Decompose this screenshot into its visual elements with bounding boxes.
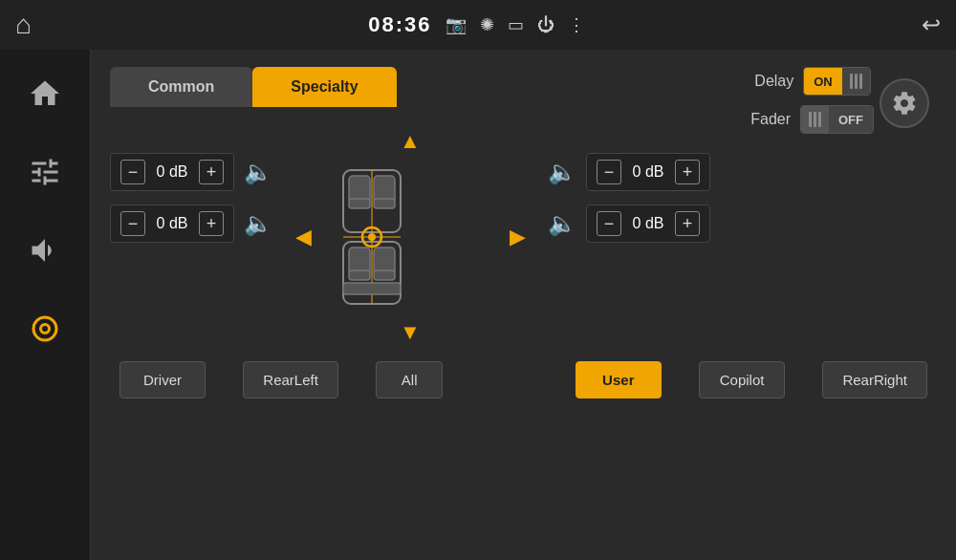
power-icon: ⏻ [537,15,554,35]
sidebar-item-volume[interactable] [20,226,70,275]
rear-right-speaker-icon: 🔈 [548,210,576,237]
brightness-icon: ✺ [480,14,494,35]
bottom-controls: Driver RearLeft All User Copilot RearRig… [110,361,937,398]
battery-icon: ▭ [508,14,524,35]
camera-icon[interactable]: 📷 [445,14,467,35]
tab-common[interactable]: Common [110,67,252,107]
rear-left-value: 0 dB [151,215,193,232]
front-left-group: − 0 dB + 🔈 [110,153,276,191]
car-diagram-svg [324,161,496,313]
delay-on: ON [804,68,842,95]
front-right-value: 0 dB [627,163,669,181]
user-button[interactable]: User [576,361,662,398]
back-icon[interactable]: ↩ [922,11,941,38]
rear-left-increase[interactable]: + [199,211,224,236]
front-left-increase[interactable]: + [199,160,224,184]
sidebar-item-home[interactable] [20,69,70,118]
fader-label: Fader [743,111,791,128]
fader-line-1 [809,112,812,127]
car-svg-area [324,161,496,313]
status-bar: ⌂ 08:36 📷 ✺ ▭ ⏻ ⋮ ↩ [0,0,956,50]
rear-left-decrease[interactable]: − [120,211,145,236]
front-right-decrease[interactable]: − [597,160,621,184]
fader-off: OFF [829,106,873,133]
delay-control: Delay ON [746,67,871,96]
car-diagram: ▲ ◀ [286,124,534,350]
driver-button[interactable]: Driver [120,361,206,398]
fader-lines [801,106,829,133]
front-right-speaker-icon: 🔈 [548,159,576,185]
main-content: Common Specialty Delay ON Fader [91,50,956,560]
menu-icon[interactable]: ⋮ [568,14,585,35]
status-time: 08:36 [368,12,431,37]
delay-line-1 [850,74,853,89]
rear-right-group: 🔈 − 0 dB + [544,205,710,243]
rear-left-speaker-icon: 🔈 [244,210,272,237]
fader-control: Fader OFF [743,105,874,134]
delay-lines [842,68,870,95]
home-icon[interactable]: ⌂ [15,10,32,40]
sidebar-item-equalizer[interactable] [20,147,70,197]
nav-left-arrow[interactable]: ◀ [286,220,320,254]
rear-right-button[interactable]: RearRight [822,361,927,398]
delay-toggle[interactable]: ON [803,67,871,96]
tab-specialty[interactable]: Specialty [252,67,396,107]
rear-left-button[interactable]: RearLeft [243,361,338,398]
front-left-speaker-icon: 🔈 [244,159,272,185]
copilot-button[interactable]: Copilot [699,361,785,398]
svg-point-13 [368,233,376,241]
fader-line-2 [814,112,816,127]
svg-rect-5 [374,199,395,208]
rear-left-db-control: − 0 dB + [110,205,234,243]
delay-line-3 [859,74,862,89]
svg-rect-7 [349,270,370,280]
front-left-value: 0 dB [151,163,193,181]
front-left-decrease[interactable]: − [120,160,145,184]
svg-rect-9 [374,270,395,280]
sidebar-item-audio[interactable] [20,304,70,354]
fader-toggle[interactable]: OFF [800,105,874,134]
nav-down-arrow[interactable]: ▼ [393,315,427,350]
svg-rect-3 [349,199,370,208]
front-right-db-control: − 0 dB + [586,153,710,191]
nav-up-arrow[interactable]: ▲ [393,124,427,159]
front-left-db-control: − 0 dB + [110,153,234,191]
rear-right-value: 0 dB [627,215,669,232]
rear-left-group: − 0 dB + 🔈 [110,205,276,243]
rear-right-decrease[interactable]: − [597,211,621,236]
rear-right-db-control: − 0 dB + [586,205,710,243]
front-right-increase[interactable]: + [675,160,700,184]
right-controls: Delay ON Fader [743,67,941,134]
settings-button[interactable] [880,78,929,128]
delay-line-2 [855,74,858,89]
svg-rect-14 [343,283,401,294]
sidebar [0,50,91,560]
rear-right-increase[interactable]: + [675,211,700,236]
delay-label: Delay [746,73,793,90]
fader-line-3 [818,112,821,127]
all-button[interactable]: All [376,361,443,398]
nav-right-arrow[interactable]: ▶ [500,220,534,254]
front-right-group: 🔈 − 0 dB + [544,153,710,191]
